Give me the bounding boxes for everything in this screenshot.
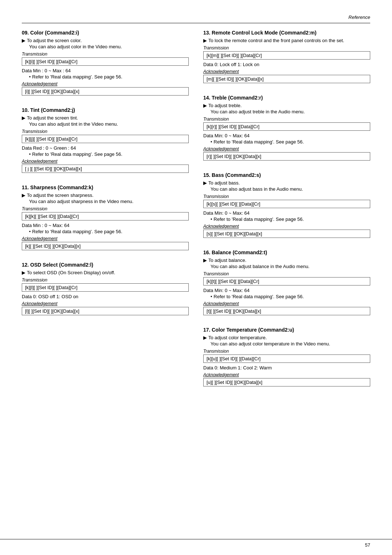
section-10-sub-bullet-0: •Refer to 'Real data mapping'. See page … <box>29 151 189 157</box>
section-09-ack-label: Acknowledgement <box>22 81 189 86</box>
section-15-bullet-1: You can also adjust bass in the Audio me… <box>211 186 370 192</box>
section-13-transmission-label: Transmission <box>203 45 370 50</box>
section-12-title: 12. OSD Select (Command2:l) <box>22 262 189 268</box>
bullet-dot-icon: • <box>211 139 212 145</box>
section-15-data-line-0: Data Min: 0 ~ Max: 64 <box>203 210 370 216</box>
section-10-data-line-0: Data Red : 0 ~ Green : 64 <box>22 145 189 151</box>
section-16-sub-bullet-0: •Refer to 'Real data mapping'. See page … <box>211 294 370 299</box>
section-14: 14. Treble (Command2:r)▶To adjust treble… <box>203 95 370 162</box>
page: Reference 09. Color (Command2:i)▶To adju… <box>0 0 392 555</box>
main-content: 09. Color (Command2:i)▶To adjust the scr… <box>22 30 370 398</box>
section-13-transmission-code: [k][m][ ][Set ID][ ][Data][Cr] <box>203 51 370 60</box>
section-14-ack-code: [r][ ][Set ID][ ][OK][Data][x] <box>203 152 370 161</box>
section-09-title: 09. Color (Command2:i) <box>22 30 189 36</box>
page-footer: 57 <box>0 539 392 548</box>
section-11: 11. Sharpness (Command2:k)▶To adjust the… <box>22 185 189 252</box>
section-11-transmission-code: [k][k][ ][Set ID][ ][Data][Cr] <box>22 212 189 220</box>
section-09-transmission-code: [k][i][ ][Set ID][ ][Data][Cr] <box>22 57 189 66</box>
section-16-transmission-code: [k][t][ ][Set ID][ ][Data][Cr] <box>203 277 370 285</box>
section-13: 13. Remote Control Lock Mode (Command2:m… <box>203 30 370 85</box>
section-16-title: 16. Balance (Command2:t) <box>203 250 370 255</box>
bullet-dot-icon: • <box>211 216 212 222</box>
section-17-bullet-1: You can also adjust color temperature in… <box>211 341 370 347</box>
left-column: 09. Color (Command2:i)▶To adjust the scr… <box>22 30 189 398</box>
section-14-data-line-0: Data Min: 0 ~ Max: 64 <box>203 133 370 138</box>
section-16-ack-label: Acknowledgement <box>203 301 370 306</box>
section-11-title: 11. Sharpness (Command2:k) <box>22 185 189 190</box>
right-column: 13. Remote Control Lock Mode (Command2:m… <box>203 30 370 398</box>
section-10-transmission-code: [k][j][ ][Set ID][ ][Data][Cr] <box>22 135 189 143</box>
section-10-bullet-1: You can also adjust tint in the Video me… <box>29 121 189 127</box>
section-16-bullet-1: You can also adjust balance in the Audio… <box>211 264 370 269</box>
section-12-ack-label: Acknowledgement <box>22 301 189 306</box>
section-11-ack-label: Acknowledgement <box>22 236 189 241</box>
section-17-bullet-0: ▶To adjust color temperature. <box>203 335 370 340</box>
section-15-transmission-code: [k][s][ ][Set ID][ ][Data][Cr] <box>203 200 370 208</box>
header-text: Reference <box>348 15 370 20</box>
section-16-bullet-0: ▶To adjust balance. <box>203 258 370 263</box>
section-14-sub-bullet-0: •Refer to 'Real data mapping'. See page … <box>211 139 370 145</box>
section-13-ack-code: [m][ ][Set ID][ ][OK][Data][x] <box>203 75 370 83</box>
section-12-transmission-label: Transmission <box>22 278 189 283</box>
page-header: Reference <box>22 15 370 23</box>
section-09-bullet-1: You can also adjust color in the Video m… <box>29 44 189 49</box>
section-09-ack-code: [i][ ][Set ID][ ][OK][Data][x] <box>22 87 189 96</box>
section-14-bullet-1: You can also adjust treble in the Audio … <box>211 109 370 114</box>
section-16-ack-code: [t][ ][Set ID][ ][OK][Data][x] <box>203 307 370 315</box>
section-16: 16. Balance (Command2:t)▶To adjust balan… <box>203 250 370 317</box>
arrow-icon: ▶ <box>22 115 25 121</box>
section-10-transmission-label: Transmission <box>22 129 189 134</box>
section-12: 12. OSD Select (Command2:l)▶To select OS… <box>22 262 189 317</box>
section-14-ack-label: Acknowledgement <box>203 146 370 151</box>
section-17-transmission-label: Transmission <box>203 349 370 354</box>
bullet-dot-icon: • <box>29 229 31 234</box>
arrow-icon: ▶ <box>22 270 25 275</box>
section-09-sub-bullet-0: •Refer to 'Real data mapping'. See page … <box>29 74 189 80</box>
section-15-sub-bullet-0: •Refer to 'Real data mapping'. See page … <box>211 216 370 222</box>
section-15-transmission-label: Transmission <box>203 194 370 199</box>
section-17-ack-label: Acknowledgement <box>203 372 370 377</box>
section-12-ack-code: [l][ ][Set ID][ ][OK][Data][x] <box>22 307 189 315</box>
section-11-bullet-0: ▶To adjust the screen sharpness. <box>22 193 189 198</box>
section-09: 09. Color (Command2:i)▶To adjust the scr… <box>22 30 189 97</box>
section-11-transmission-label: Transmission <box>22 206 189 211</box>
section-15-title: 15. Bass (Command2:s) <box>203 172 370 178</box>
section-09-data-line-0: Data Min : 0 ~ Max : 64 <box>22 68 189 73</box>
bullet-dot-icon: • <box>29 74 31 80</box>
section-14-transmission-code: [k][r][ ][Set ID][ ][Data][Cr] <box>203 122 370 131</box>
section-10-bullet-0: ▶To adjust the screen tint. <box>22 115 189 121</box>
section-15-ack-label: Acknowledgement <box>203 224 370 229</box>
section-14-title: 14. Treble (Command2:r) <box>203 95 370 101</box>
section-17: 17. Color Temperature (Command2:u)▶To ad… <box>203 327 370 388</box>
section-13-bullet-0: ▶To lock the remote control and the fron… <box>203 38 370 43</box>
arrow-icon: ▶ <box>22 38 25 43</box>
arrow-icon: ▶ <box>203 335 207 340</box>
section-09-bullet-0: ▶To adjust the screen color. <box>22 38 189 43</box>
section-13-title: 13. Remote Control Lock Mode (Command2:m… <box>203 30 370 36</box>
section-17-data-line-0: Data 0: Medium 1: Cool 2: Warm <box>203 365 370 370</box>
section-10-ack-code: [ j ][ ][Set ID][ ][OK][Data][x] <box>22 165 189 173</box>
section-11-sub-bullet-0: •Refer to 'Real data mapping'. See page … <box>29 229 189 234</box>
section-15: 15. Bass (Command2:s)▶To adjust bass.You… <box>203 172 370 239</box>
section-11-data-line-0: Data Min : 0 ~ Max: 64 <box>22 223 189 228</box>
section-10: 10. Tint (Command2:j)▶To adjust the scre… <box>22 107 189 174</box>
section-12-transmission-code: [k][l][ ][Set ID][ ][Data][Cr] <box>22 283 189 292</box>
bullet-dot-icon: • <box>29 151 31 157</box>
section-11-bullet-1: You can also adjust sharpness in the Vid… <box>29 199 189 204</box>
section-10-ack-label: Acknowledgement <box>22 159 189 164</box>
arrow-icon: ▶ <box>203 103 207 108</box>
section-12-bullet-0: ▶To select OSD (On Screen Display) on/of… <box>22 270 189 275</box>
section-17-title: 17. Color Temperature (Command2:u) <box>203 327 370 333</box>
section-12-data-line-0: Data 0: OSD off 1: OSD on <box>22 294 189 299</box>
section-10-title: 10. Tint (Command2:j) <box>22 107 189 113</box>
section-16-transmission-label: Transmission <box>203 271 370 276</box>
section-15-bullet-0: ▶To adjust bass. <box>203 180 370 186</box>
section-17-transmission-code: [k][u][ ][Set ID][ ][Data][Cr] <box>203 355 370 363</box>
page-number: 57 <box>365 542 370 548</box>
section-13-ack-label: Acknowledgement <box>203 69 370 74</box>
section-11-ack-code: [k][ ][Set ID][ ][OK][Data][x] <box>22 242 189 250</box>
section-13-data-line-0: Data 0: Lock off 1: Lock on <box>203 62 370 67</box>
arrow-icon: ▶ <box>22 193 25 198</box>
arrow-icon: ▶ <box>203 38 207 43</box>
section-16-data-line-0: Data Min: 0 ~ Max: 64 <box>203 288 370 293</box>
